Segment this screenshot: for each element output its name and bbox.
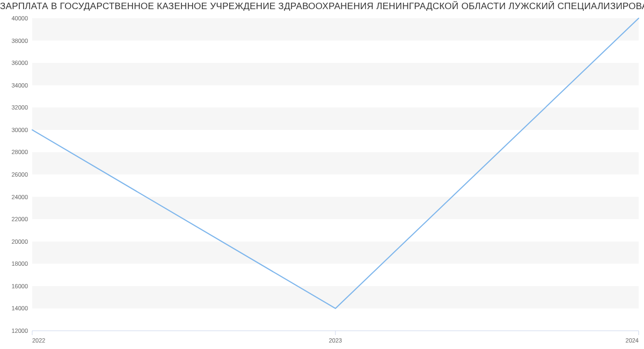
chart-plot-area: 1200014000160001800020000220002400026000… bbox=[0, 13, 644, 349]
y-tick-label: 20000 bbox=[11, 238, 28, 245]
x-tick-label: 2022 bbox=[32, 337, 45, 344]
svg-rect-2 bbox=[32, 197, 639, 220]
svg-rect-0 bbox=[32, 286, 639, 309]
grid-bands bbox=[32, 18, 639, 308]
y-tick-label: 26000 bbox=[11, 171, 28, 178]
y-tick-label: 30000 bbox=[11, 127, 28, 133]
y-tick-label: 32000 bbox=[11, 104, 28, 111]
y-tick-label: 14000 bbox=[11, 305, 28, 311]
y-tick-label: 36000 bbox=[11, 60, 28, 66]
y-tick-label: 28000 bbox=[11, 149, 28, 155]
y-tick-label: 34000 bbox=[11, 82, 28, 89]
svg-rect-4 bbox=[32, 107, 639, 130]
y-tick-label: 22000 bbox=[11, 216, 28, 222]
svg-rect-1 bbox=[32, 242, 639, 264]
chart-title: ЗАРПЛАТА В ГОСУДАРСТВЕННОЕ КАЗЕННОЕ УЧРЕ… bbox=[0, 0, 644, 13]
y-tick-label: 12000 bbox=[11, 328, 28, 334]
y-tick-label: 24000 bbox=[11, 194, 28, 200]
chart-container: ЗАРПЛАТА В ГОСУДАРСТВЕННОЕ КАЗЕННОЕ УЧРЕ… bbox=[0, 0, 644, 349]
svg-rect-6 bbox=[32, 18, 639, 41]
x-axis: 202220232024 bbox=[32, 331, 639, 344]
y-axis: 1200014000160001800020000220002400026000… bbox=[11, 15, 28, 334]
y-tick-label: 16000 bbox=[11, 283, 28, 289]
y-tick-label: 18000 bbox=[11, 260, 28, 267]
y-tick-label: 38000 bbox=[11, 38, 28, 44]
svg-rect-3 bbox=[32, 152, 639, 174]
y-tick-label: 40000 bbox=[11, 15, 28, 21]
x-tick-label: 2024 bbox=[626, 337, 639, 344]
x-tick-label: 2023 bbox=[329, 337, 342, 344]
svg-rect-5 bbox=[32, 63, 639, 85]
